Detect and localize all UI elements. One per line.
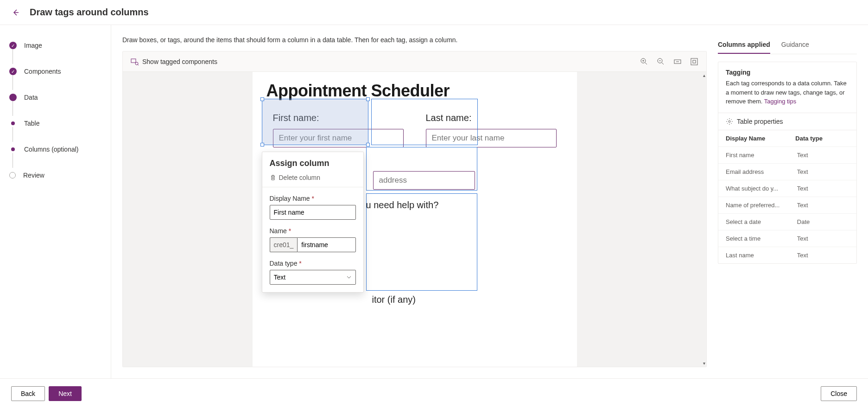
zoom-in-icon[interactable] [640,57,649,66]
info-title: Tagging [726,69,849,76]
page-title: Draw tags around columns [30,7,149,18]
svg-rect-0 [131,59,136,63]
check-icon [9,42,17,49]
tutor-label-partial: itor (if any) [372,294,416,305]
svg-rect-6 [693,60,696,63]
subject-label-partial: u need help with? [366,200,439,210]
step-table[interactable]: Table [9,118,101,129]
info-card: Tagging Each tag corresponds to a data c… [718,62,857,264]
step-columns[interactable]: Columns (optional) [9,144,101,155]
substep-icon [11,147,15,151]
delete-column-button[interactable]: Delete column [262,172,363,187]
next-button[interactable]: Next [49,386,82,401]
name-prefix: cre01_ [270,237,298,252]
header: Draw tags around columns [0,0,868,25]
step-image[interactable]: Image [9,40,101,51]
check-icon [9,68,17,75]
tab-guidance[interactable]: Guidance [781,36,809,54]
form-heading: Appointment Scheduler [266,81,563,101]
email-input[interactable] [373,171,475,190]
right-panel: Columns applied Guidance Tagging Each ta… [718,36,857,367]
current-step-icon [9,94,17,101]
gear-icon [726,118,733,125]
substep-icon [11,121,15,125]
svg-rect-5 [691,58,697,65]
tag-first-name[interactable] [262,99,368,145]
scroll-down-icon[interactable]: ▾ [703,361,705,366]
name-label: Name * [270,227,356,235]
canvas-toolbar: Show tagged components [123,51,706,72]
table-row[interactable]: Select a dateDate [718,213,856,230]
tag-last-name[interactable] [371,99,478,145]
datatype-select[interactable]: Text [270,270,356,285]
instruction-text: Draw boxes, or tags, around the items th… [122,36,707,44]
step-review[interactable]: Review [9,170,101,181]
back-button[interactable]: Back [11,386,45,401]
display-name-input[interactable] [270,205,356,220]
close-button[interactable]: Close [821,386,857,401]
fit-screen-icon[interactable] [690,57,699,66]
info-text: Each tag corresponds to a data column. T… [726,79,849,106]
name-input[interactable] [297,237,355,252]
right-tabs: Columns applied Guidance [718,36,857,54]
trash-icon [270,174,276,181]
svg-point-7 [729,121,730,122]
zoom-out-icon[interactable] [656,57,665,66]
show-tagged-toggle[interactable]: Show tagged components [130,57,217,66]
datatype-label: Data type * [270,260,356,267]
wizard-sidebar: Image Components Data Table Columns (opt… [0,25,111,378]
table-row[interactable]: Select a timeText [718,230,856,247]
table-row[interactable]: What subject do y...Text [718,180,856,197]
tab-columns-applied[interactable]: Columns applied [718,36,770,54]
table-properties-button[interactable]: Table properties [718,113,856,130]
step-data[interactable]: Data [9,92,101,103]
table-row[interactable]: Name of preferred...Text [718,197,856,213]
drawing-canvas[interactable]: ▴ ▾ Appointment Scheduler [123,72,706,367]
columns-table-header: Display Name Data type [718,130,856,147]
popover-title: Assign column [270,159,356,168]
canvas-container: Show tagged components ▴ ▾ Appointment S… [122,51,707,367]
tagging-tips-link[interactable]: Tagging tips [764,98,796,105]
scroll-up-icon[interactable]: ▴ [703,73,705,78]
step-components[interactable]: Components [9,66,101,77]
pending-step-icon [9,172,16,178]
tag-icon [130,57,139,66]
table-row[interactable]: First nameText [718,147,856,163]
assign-column-popover: Assign column Delete column Display Name… [262,152,364,293]
footer: Back Next Close [0,378,868,408]
columns-table: Display Name Data type First nameTextEma… [718,130,856,263]
table-row[interactable]: Last nameText [718,247,856,263]
display-name-label: Display Name * [270,195,356,202]
fit-width-icon[interactable] [673,57,682,66]
table-row[interactable]: Email addressText [718,163,856,180]
back-arrow-icon[interactable] [11,8,20,17]
